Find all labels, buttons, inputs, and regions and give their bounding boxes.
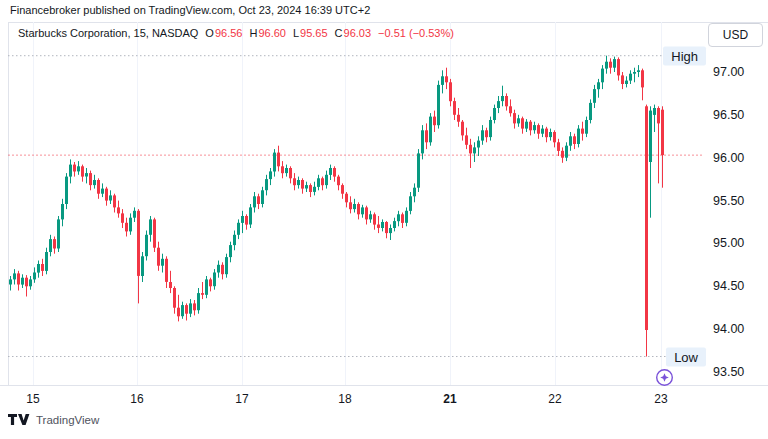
price-tick-label: 96.00: [713, 151, 744, 165]
candle: [157, 242, 160, 271]
candle: [645, 105, 648, 357]
candle: [357, 202, 360, 219]
candle: [393, 218, 396, 232]
candle: [385, 221, 388, 238]
candle: [509, 99, 512, 116]
price-tick-label: 96.50: [713, 108, 744, 122]
candle: [221, 262, 224, 279]
candle: [317, 175, 320, 191]
candle: [517, 115, 520, 127]
symbol-legend[interactable]: Starbucks Corporation, 15, NASDAQO96.56H…: [18, 27, 454, 39]
candlestick-chart[interactable]: [8, 22, 703, 385]
change-value: −0.51 (−0.53%): [378, 27, 454, 39]
candle: [309, 183, 312, 197]
candle: [601, 65, 604, 89]
ohlc-label: L: [293, 27, 299, 39]
candle: [469, 139, 472, 168]
candle: [257, 194, 260, 209]
candle: [113, 194, 116, 213]
price-tick-label: 95.50: [713, 194, 744, 208]
candle: [545, 127, 548, 143]
candle: [149, 216, 152, 242]
candle: [417, 149, 420, 192]
candle: [37, 261, 40, 278]
candle: [173, 286, 176, 313]
candle: [425, 123, 428, 149]
candle: [181, 302, 184, 319]
candle: [649, 106, 652, 217]
candle: [565, 142, 568, 161]
time-tick-label: 21: [443, 392, 456, 406]
candle: [57, 216, 60, 252]
candle: [225, 254, 228, 278]
candle: [633, 68, 636, 83]
ohlc-values: O96.56H96.60L95.65C96.03: [198, 27, 371, 39]
high-label: High: [663, 46, 706, 65]
candle: [265, 175, 268, 196]
candle: [341, 183, 344, 198]
candle: [473, 142, 476, 162]
footer-logo[interactable]: TradingView: [8, 414, 99, 426]
candle: [537, 123, 540, 138]
ohlc-label: C: [335, 27, 343, 39]
candle: [361, 205, 364, 218]
candle: [465, 128, 468, 149]
time-tick-label: 17: [235, 392, 248, 406]
candle: [581, 122, 584, 141]
candle: [133, 207, 136, 222]
ohlc-value: 96.60: [258, 27, 286, 39]
time-tick-label: 18: [338, 392, 351, 406]
candle: [405, 207, 408, 226]
candle: [97, 178, 100, 199]
candle: [373, 213, 376, 230]
candle: [501, 86, 504, 107]
candle: [453, 98, 456, 120]
candle: [233, 231, 236, 251]
candle: [593, 85, 596, 108]
candle: [613, 57, 616, 72]
candle: [437, 81, 440, 129]
time-tick-label: 23: [654, 392, 667, 406]
candle: [457, 108, 460, 127]
price-tick-label: 97.00: [713, 65, 744, 79]
candle: [161, 254, 164, 273]
candle: [449, 79, 452, 106]
candle: [65, 173, 68, 209]
candle: [637, 65, 640, 77]
candle: [461, 120, 464, 141]
candle: [289, 166, 292, 183]
candle: [333, 166, 336, 181]
candle: [609, 58, 612, 73]
candle: [421, 125, 424, 159]
candle: [121, 209, 124, 228]
candlestick-svg: [8, 22, 703, 385]
symbol-title: Starbucks Corporation, 15, NASDAQ: [18, 27, 198, 39]
time-axis[interactable]: 15161718212223: [0, 385, 768, 412]
candle: [85, 168, 88, 183]
candle: [493, 105, 496, 124]
candle: [433, 111, 436, 132]
candle: [53, 237, 56, 254]
candle: [377, 216, 380, 233]
candle: [177, 295, 180, 322]
candle: [621, 72, 624, 89]
plus-marker-icon[interactable]: [655, 368, 674, 387]
candle: [49, 235, 52, 256]
candle: [497, 96, 500, 113]
candle: [89, 171, 92, 191]
candle: [429, 113, 432, 146]
candle: [185, 303, 188, 320]
candle: [189, 299, 192, 317]
candle: [169, 271, 172, 293]
currency-button[interactable]: USD: [708, 23, 763, 47]
candle: [617, 57, 620, 80]
candle: [369, 211, 372, 223]
candle: [61, 199, 64, 227]
candle: [321, 177, 324, 191]
candle: [77, 161, 80, 175]
candle: [401, 213, 404, 229]
candle: [109, 190, 112, 204]
candle: [533, 122, 536, 134]
candle: [141, 252, 144, 282]
ohlc-value: 96.56: [215, 27, 243, 39]
